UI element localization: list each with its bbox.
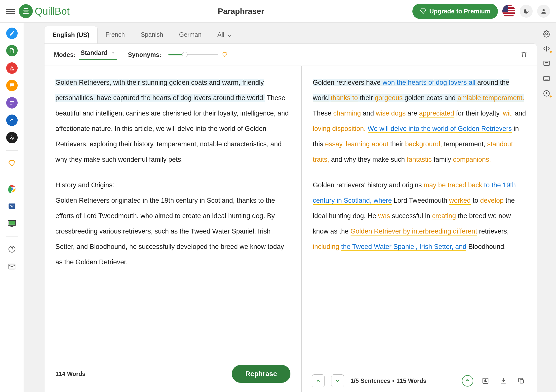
help-icon[interactable] <box>6 243 18 255</box>
logo[interactable]: QuillBot <box>19 4 70 18</box>
tone-button[interactable] <box>462 375 473 387</box>
paraphraser-tool-icon[interactable] <box>6 28 18 39</box>
download-button[interactable] <box>498 375 509 387</box>
copy-button[interactable] <box>516 375 527 387</box>
premium-icon[interactable] <box>6 157 18 169</box>
svg-text:A: A <box>11 68 13 70</box>
word-extension-icon[interactable]: W <box>6 200 18 212</box>
summarizer-tool-icon[interactable] <box>6 45 18 56</box>
lang-tab-spanish[interactable]: Spanish <box>133 26 171 43</box>
app-header: QuillBot Paraphraser Upgrade to Premium <box>0 0 556 23</box>
dark-mode-button[interactable] <box>520 5 533 18</box>
svg-rect-8 <box>10 226 13 227</box>
plagiarism-tool-icon[interactable] <box>6 97 18 109</box>
upgrade-button[interactable]: Upgrade to Premium <box>412 4 498 19</box>
translator-tool-icon[interactable] <box>6 132 18 143</box>
language-tabs: English (US) French Spanish German All⌄ <box>24 23 537 43</box>
svg-point-13 <box>546 33 548 35</box>
synonyms-label: Synonyms: <box>128 51 161 58</box>
input-para2: Golden Retrievers originated in the 19th… <box>55 197 284 266</box>
citation-tool-icon[interactable] <box>6 115 18 126</box>
svg-rect-14 <box>544 61 550 66</box>
output-actions <box>462 375 527 387</box>
menu-button[interactable] <box>6 7 15 16</box>
language-flag[interactable] <box>502 5 515 18</box>
lang-tab-english[interactable]: English (US) <box>44 26 98 43</box>
macos-extension-icon[interactable] <box>6 218 18 229</box>
main-layout: A W English (US) French Spanish German A… <box>0 23 556 392</box>
input-panel: Golden Retrievers, with their stunning g… <box>44 66 302 392</box>
input-word-count: 114 Words <box>55 367 85 381</box>
svg-rect-7 <box>9 221 15 225</box>
account-button[interactable] <box>537 5 550 18</box>
header-actions: Upgrade to Premium <box>412 4 550 19</box>
lang-tab-all[interactable]: All⌄ <box>209 26 240 43</box>
mode-selected: Standard <box>81 49 108 56</box>
input-highlighted-sentence: Golden Retrievers, with their stunning g… <box>55 79 265 102</box>
svg-rect-15 <box>544 77 550 80</box>
logo-text: QuillBot <box>35 6 70 17</box>
content-area: English (US) French Spanish German All⌄ … <box>24 23 556 392</box>
panels: Golden Retrievers, with their stunning g… <box>44 66 537 392</box>
chrome-extension-icon[interactable] <box>6 183 18 195</box>
output-footer: 1/5 Sentences•115 Words <box>302 370 537 392</box>
diamond-icon <box>420 8 426 14</box>
delete-button[interactable] <box>520 51 527 58</box>
modes-bar: Modes: Standard Synonyms: <box>44 44 537 66</box>
moon-icon <box>523 8 529 14</box>
prev-sentence-button[interactable] <box>312 374 325 387</box>
svg-rect-12 <box>520 380 523 383</box>
input-text-area[interactable]: Golden Retrievers, with their stunning g… <box>55 75 290 360</box>
lang-tab-german[interactable]: German <box>171 26 209 43</box>
sidebar-left: A W <box>0 23 24 392</box>
sidebar-right: ◆ ◆ <box>537 23 556 392</box>
editor-card: Modes: Standard Synonyms: Go <box>44 43 537 392</box>
grammar-tool-icon[interactable]: A <box>6 62 18 74</box>
logo-icon <box>19 4 33 18</box>
lang-tab-french[interactable]: French <box>98 26 133 43</box>
cowriter-tool-icon[interactable] <box>6 80 18 91</box>
statistics-button[interactable] <box>480 375 491 387</box>
feedback-icon[interactable] <box>543 60 550 67</box>
diamond-badge-icon: ◆ <box>550 49 552 53</box>
modes-label: Modes: <box>54 51 76 58</box>
person-icon <box>540 8 547 14</box>
triangle-down-icon <box>111 51 116 55</box>
history-icon[interactable]: ◆ <box>543 90 550 97</box>
rephrase-button[interactable]: Rephrase <box>232 365 290 383</box>
page-title: Paraphraser <box>70 7 412 16</box>
compare-icon[interactable]: ◆ <box>543 45 550 52</box>
mode-dropdown[interactable]: Standard <box>79 49 117 60</box>
settings-icon[interactable] <box>543 30 550 38</box>
output-sentence-1: Golden retrievers have won the hearts of… <box>313 79 524 102</box>
input-rest: These beautiful and intelligent canines … <box>55 94 289 163</box>
hotkeys-icon[interactable] <box>543 75 550 82</box>
next-sentence-button[interactable] <box>331 374 344 387</box>
output-panel[interactable]: Golden retrievers have won the hearts of… <box>302 66 537 370</box>
diamond-badge-icon: ◆ <box>550 94 552 98</box>
contact-icon[interactable] <box>6 261 18 272</box>
upgrade-label: Upgrade to Premium <box>429 8 490 15</box>
input-heading: History and Origins: <box>55 181 114 189</box>
svg-text:W: W <box>10 204 13 208</box>
chevron-down-icon: ⌄ <box>227 31 232 38</box>
diamond-icon <box>222 52 228 57</box>
input-footer: 114 Words Rephrase <box>55 360 290 383</box>
output-column: Golden retrievers have won the hearts of… <box>302 66 537 392</box>
editor-wrap: English (US) French Spanish German All⌄ … <box>24 23 537 392</box>
sentence-counter: 1/5 Sentences•115 Words <box>351 377 426 384</box>
svg-point-0 <box>543 9 545 11</box>
synonyms-slider[interactable] <box>168 54 218 55</box>
